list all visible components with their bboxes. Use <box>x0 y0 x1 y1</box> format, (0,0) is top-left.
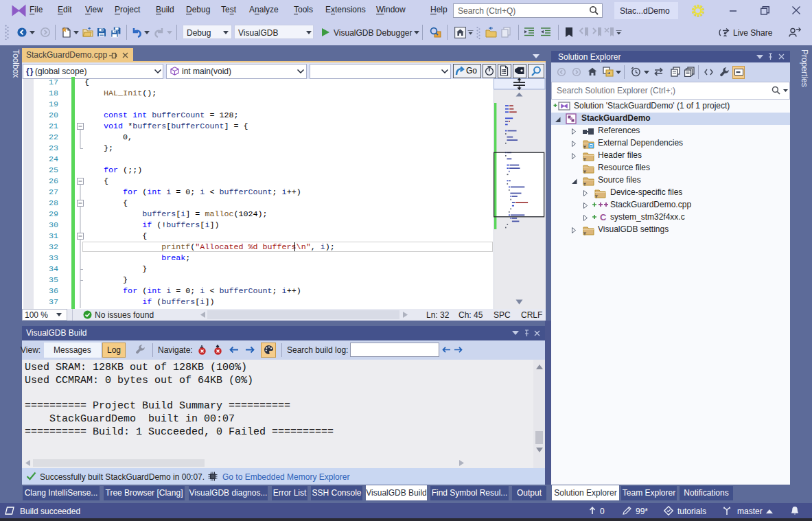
svg-text:C: C <box>600 212 607 222</box>
